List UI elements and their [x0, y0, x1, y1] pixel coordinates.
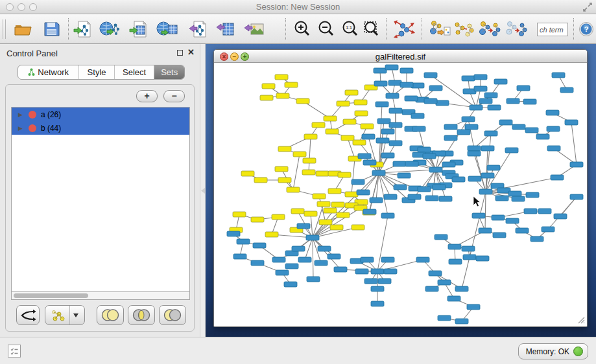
save-session-button[interactable] — [40, 18, 64, 40]
set-color-icon — [29, 111, 36, 119]
close-panel-icon[interactable]: ✕ — [187, 47, 195, 57]
zoom-fit-icon — [363, 20, 381, 38]
network-frame-title: galFiltered.sif — [214, 52, 587, 62]
first-neighbors-icon — [453, 19, 475, 39]
hide-selection-icon — [479, 19, 501, 39]
toolbar-separator — [386, 18, 387, 40]
network-canvas[interactable] — [214, 63, 587, 326]
set-row-label: a (26) — [41, 110, 61, 119]
import-table-file-button[interactable] — [127, 18, 150, 40]
import-table-file-icon — [129, 20, 149, 38]
dropdown-caret-zone[interactable] — [69, 306, 82, 324]
help-icon: ? — [578, 21, 594, 37]
export-image-icon — [244, 20, 265, 38]
zoom-1-1-icon: 1:1 — [341, 20, 359, 38]
export-image-button[interactable] — [243, 18, 266, 40]
tab-network[interactable]: Network — [18, 65, 79, 79]
merge-network-icon — [50, 309, 67, 322]
mouse-cursor-icon — [473, 196, 481, 207]
main-toolbar: 1:1 — [0, 14, 596, 44]
zoom-in-icon — [293, 20, 311, 38]
network-tab-icon — [28, 68, 35, 76]
add-set-button[interactable]: + — [136, 90, 158, 102]
save-floppy-icon — [43, 21, 60, 38]
disclosure-triangle-icon[interactable]: ▶ — [18, 125, 23, 131]
zoom-in-button[interactable] — [291, 18, 314, 40]
venn-intersection-icon — [132, 308, 151, 322]
horizontal-scrollbar[interactable] — [11, 292, 190, 300]
difference-sets-button[interactable] — [159, 305, 186, 325]
open-folder-icon — [14, 21, 33, 38]
toolbar-separator — [573, 18, 574, 40]
tab-sets[interactable]: Sets — [154, 65, 184, 79]
memory-status-button[interactable]: Memory: OK — [518, 343, 588, 359]
fullscreen-icon[interactable] — [583, 3, 592, 12]
network-graph[interactable] — [214, 63, 587, 326]
task-history-button[interactable] — [8, 345, 21, 358]
status-bar: Memory: OK — [0, 337, 596, 364]
window-title: Session: New Session — [0, 2, 596, 12]
network-frame[interactable]: × − + galFiltered.sif — [213, 49, 588, 327]
control-panel-title: Control Panel — [6, 49, 58, 58]
titlebar[interactable]: Session: New Session — [0, 0, 596, 14]
import-table-url-button[interactable] — [156, 18, 179, 40]
svg-text:?: ? — [584, 25, 589, 33]
open-session-button[interactable] — [12, 18, 35, 40]
panel-splitter[interactable] — [200, 44, 206, 337]
show-all-icon — [505, 19, 527, 39]
network-desktop: × − + galFiltered.sif — [206, 44, 596, 337]
svg-text:1:1: 1:1 — [346, 25, 352, 30]
import-table-url-icon — [156, 20, 178, 38]
set-row-label: b (44) — [41, 124, 61, 133]
merge-sets-dropdown-button[interactable] — [45, 305, 85, 325]
set-row-b[interactable]: ▶ b (44) — [12, 121, 189, 135]
union-sets-button[interactable] — [97, 305, 124, 325]
first-neighbors-button[interactable] — [453, 18, 476, 40]
network-from-selection-icon — [429, 19, 451, 39]
import-network-file-button[interactable] — [71, 18, 95, 40]
toolbar-drag-handle[interactable] — [3, 19, 6, 39]
float-panel-icon[interactable] — [177, 50, 183, 56]
venn-union-icon — [101, 308, 120, 322]
import-network-url-button[interactable] — [99, 18, 122, 40]
split-arrows-icon — [20, 309, 36, 322]
task-checklist-icon — [10, 347, 19, 356]
export-table-icon — [216, 20, 235, 38]
splitter-collapse-icon[interactable] — [201, 188, 205, 194]
zoom-actual-size-button[interactable]: 1:1 — [339, 18, 362, 40]
control-panel-tabs: Network Style Select Sets — [18, 65, 185, 80]
apply-layout-icon — [393, 19, 415, 39]
control-panel-header: Control Panel ✕ — [0, 44, 200, 62]
intersect-sets-button[interactable] — [128, 305, 155, 325]
resize-grip-icon[interactable] — [576, 315, 585, 324]
venn-difference-icon — [163, 308, 182, 322]
help-button[interactable]: ? — [575, 18, 596, 40]
memory-ok-icon — [573, 347, 583, 356]
scrollbar-thumb[interactable] — [14, 293, 88, 298]
disclosure-triangle-icon[interactable]: ▶ — [18, 111, 23, 118]
set-row-a[interactable]: ▶ a (26) — [12, 108, 189, 121]
remove-set-button[interactable]: − — [163, 90, 185, 102]
network-frame-titlebar[interactable]: × − + galFiltered.sif — [214, 50, 587, 63]
application-window: Session: New Session — [0, 0, 596, 364]
export-network-button[interactable] — [187, 18, 210, 40]
network-from-selection-button[interactable] — [428, 18, 451, 40]
import-network-url-icon — [99, 20, 121, 38]
toolbar-separator — [68, 18, 69, 40]
zoom-fit-button[interactable] — [361, 18, 384, 40]
split-set-button[interactable] — [16, 305, 40, 325]
tab-select[interactable]: Select — [115, 65, 155, 79]
memory-label: Memory: OK — [526, 347, 569, 356]
zoom-out-button[interactable] — [315, 18, 338, 40]
toolbar-separator — [422, 18, 422, 40]
sets-list[interactable]: ▶ a (26) ▶ b (44) — [11, 107, 190, 292]
zoom-out-icon — [317, 20, 335, 38]
search-input[interactable] — [537, 23, 568, 36]
apply-layout-button[interactable] — [392, 18, 416, 40]
tab-style[interactable]: Style — [79, 65, 115, 79]
export-network-icon — [189, 20, 208, 38]
show-all-button[interactable] — [505, 18, 528, 40]
export-table-button[interactable] — [214, 18, 237, 40]
control-panel: Control Panel ✕ Network Style Select — [0, 44, 200, 337]
hide-selection-button[interactable] — [478, 18, 501, 40]
